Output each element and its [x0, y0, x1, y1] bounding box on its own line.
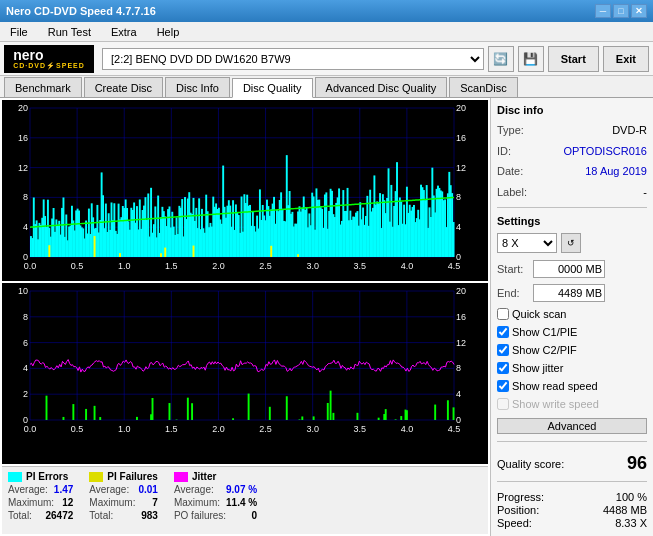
legend-pi-failures: PI Failures Average: 0.01 Maximum: 7 Tot… [89, 471, 158, 530]
app-title: Nero CD-DVD Speed 4.7.7.16 [6, 5, 156, 17]
show-write-speed-checkbox[interactable] [497, 398, 509, 410]
pi-failures-avg-value: 0.01 [138, 484, 157, 495]
position-label: Position: [497, 504, 539, 516]
po-failures-label: PO failures: [174, 510, 226, 521]
pi-errors-label: PI Errors [26, 471, 68, 482]
drive-select[interactable]: [2:2] BENQ DVD DD DW1620 B7W9 [102, 48, 484, 70]
show-write-speed-row: Show write speed [497, 398, 647, 410]
pi-failures-color [89, 472, 103, 482]
show-jitter-row: Show jitter [497, 362, 647, 374]
show-jitter-checkbox[interactable] [497, 362, 509, 374]
po-failures-value: 0 [252, 510, 258, 521]
speed-label: Speed: [497, 517, 532, 529]
tab-disc-quality[interactable]: Disc Quality [232, 78, 313, 98]
pi-errors-total-label: Total: [8, 510, 32, 521]
disc-label-value: - [643, 184, 647, 201]
pi-failures-avg-label: Average: [89, 484, 129, 495]
menu-help[interactable]: Help [151, 22, 186, 41]
divider-3 [497, 481, 647, 482]
progress-label: Progress: [497, 491, 544, 503]
type-value: DVD-R [612, 122, 647, 139]
legend-jitter: Jitter Average: 9.07 % Maximum: 11.4 % P… [174, 471, 257, 530]
title-bar-controls: ─ □ ✕ [595, 4, 647, 18]
quick-scan-checkbox[interactable] [497, 308, 509, 320]
pi-failures-max-label: Maximum: [89, 497, 135, 508]
position-value: 4488 MB [603, 504, 647, 516]
legend-pi-errors: PI Errors Average: 1.47 Maximum: 12 Tota… [8, 471, 73, 530]
pi-errors-max-value: 12 [62, 497, 73, 508]
show-jitter-label[interactable]: Show jitter [512, 362, 563, 374]
start-button[interactable]: Start [548, 46, 599, 72]
divider-2 [497, 441, 647, 442]
quality-score-value: 96 [627, 453, 647, 474]
tab-advanced-disc-quality[interactable]: Advanced Disc Quality [315, 77, 448, 97]
show-read-speed-checkbox[interactable] [497, 380, 509, 392]
jitter-max-label: Maximum: [174, 497, 220, 508]
refresh-button[interactable]: 🔄 [488, 46, 514, 72]
progress-value: 100 % [616, 491, 647, 503]
exit-button[interactable]: Exit [603, 46, 649, 72]
show-read-speed-row: Show read speed [497, 380, 647, 392]
menu-run-test[interactable]: Run Test [42, 22, 97, 41]
tab-benchmark[interactable]: Benchmark [4, 77, 82, 97]
title-bar: Nero CD-DVD Speed 4.7.7.16 ─ □ ✕ [0, 0, 653, 22]
pi-errors-total-value: 26472 [46, 510, 74, 521]
speed-row: 8 X ↺ [497, 233, 647, 253]
top-chart [2, 100, 488, 281]
show-c2pif-row: Show C2/PIF [497, 344, 647, 356]
show-c1pie-checkbox[interactable] [497, 326, 509, 338]
maximize-button[interactable]: □ [613, 4, 629, 18]
tab-scan-disc[interactable]: ScanDisc [449, 77, 517, 97]
disc-info-title: Disc info [497, 104, 647, 116]
jitter-max-value: 11.4 % [226, 497, 257, 508]
jitter-color [174, 472, 188, 482]
end-label: End: [497, 287, 529, 299]
speed-refresh-btn[interactable]: ↺ [561, 233, 581, 253]
start-label: Start: [497, 263, 529, 275]
toolbar: nero CD·DVD⚡SPEED [2:2] BENQ DVD DD DW16… [0, 42, 653, 76]
pi-failures-max-value: 7 [152, 497, 158, 508]
pi-errors-avg-value: 1.47 [54, 484, 73, 495]
end-row: End: [497, 284, 647, 302]
show-read-speed-label[interactable]: Show read speed [512, 380, 598, 392]
tab-create-disc[interactable]: Create Disc [84, 77, 163, 97]
quality-score-label: Quality score: [497, 458, 564, 470]
jitter-avg-value: 9.07 % [226, 484, 257, 495]
show-c2pif-label[interactable]: Show C2/PIF [512, 344, 577, 356]
advanced-button[interactable]: Advanced [497, 418, 647, 434]
pi-errors-color [8, 472, 22, 482]
pi-failures-total-label: Total: [89, 510, 113, 521]
show-write-speed-label: Show write speed [512, 398, 599, 410]
jitter-label: Jitter [192, 471, 216, 482]
quick-scan-label[interactable]: Quick scan [512, 308, 566, 320]
title-bar-title: Nero CD-DVD Speed 4.7.7.16 [6, 5, 156, 17]
show-c1pie-label[interactable]: Show C1/PIE [512, 326, 577, 338]
show-c1pie-row: Show C1/PIE [497, 326, 647, 338]
pi-errors-max-label: Maximum: [8, 497, 54, 508]
type-label: Type: [497, 122, 524, 139]
bottom-chart [2, 283, 488, 464]
start-row: Start: [497, 260, 647, 278]
menu-file[interactable]: File [4, 22, 34, 41]
jitter-avg-label: Average: [174, 484, 214, 495]
progress-section: Progress: 100 % Position: 4488 MB Speed:… [497, 491, 647, 530]
speed-value: 8.33 X [615, 517, 647, 529]
start-input[interactable] [533, 260, 605, 278]
close-button[interactable]: ✕ [631, 4, 647, 18]
chart-area: PI Errors Average: 1.47 Maximum: 12 Tota… [0, 98, 491, 536]
quality-score-row: Quality score: 96 [497, 453, 647, 474]
tab-disc-info[interactable]: Disc Info [165, 77, 230, 97]
menu-extra[interactable]: Extra [105, 22, 143, 41]
end-input[interactable] [533, 284, 605, 302]
legend-area: PI Errors Average: 1.47 Maximum: 12 Tota… [2, 466, 488, 534]
pi-failures-total-value: 983 [141, 510, 158, 521]
nero-logo: nero CD·DVD⚡SPEED [4, 45, 94, 73]
show-c2pif-checkbox[interactable] [497, 344, 509, 356]
minimize-button[interactable]: ─ [595, 4, 611, 18]
save-button[interactable]: 💾 [518, 46, 544, 72]
menu-bar: File Run Test Extra Help [0, 22, 653, 42]
pi-failures-label: PI Failures [107, 471, 158, 482]
id-label: ID: [497, 143, 511, 160]
main-content: PI Errors Average: 1.47 Maximum: 12 Tota… [0, 98, 653, 536]
speed-select[interactable]: 8 X [497, 233, 557, 253]
